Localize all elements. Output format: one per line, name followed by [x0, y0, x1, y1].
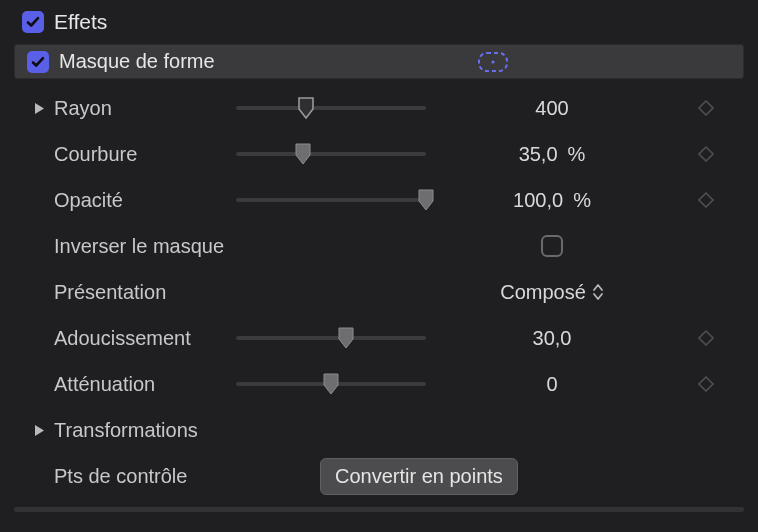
param-row-attenuation: Atténuation 0 — [10, 361, 748, 407]
param-row-presentation: Présentation Composé — [10, 269, 748, 315]
slider-courbure[interactable] — [236, 142, 426, 166]
disclosure-rayon[interactable] — [34, 102, 48, 115]
label-transformations: Transformations — [54, 419, 198, 442]
value-courbure[interactable]: 35,0% — [452, 143, 652, 166]
effect-title: Masque de forme — [59, 50, 393, 73]
effects-title: Effets — [54, 10, 107, 34]
slider-opacite[interactable] — [236, 188, 426, 212]
label-attenuation: Atténuation — [54, 373, 155, 396]
slider-thumb-opacite[interactable] — [417, 189, 435, 211]
label-inverser: Inverser le masque — [54, 235, 224, 258]
keyframe-attenuation[interactable] — [698, 376, 714, 392]
bottom-divider — [14, 507, 744, 512]
shape-mask-icon[interactable] — [393, 51, 593, 73]
disclosure-transformations[interactable] — [34, 424, 48, 437]
label-opacite: Opacité — [54, 189, 123, 212]
param-row-courbure: Courbure 35,0% — [10, 131, 748, 177]
param-row-inverser: Inverser le masque — [10, 223, 748, 269]
label-courbure: Courbure — [54, 143, 137, 166]
slider-adoucissement[interactable] — [236, 326, 426, 350]
param-row-pts: Pts de contrôle Convertir en points — [10, 453, 748, 499]
keyframe-opacite[interactable] — [698, 192, 714, 208]
check-icon — [30, 54, 46, 70]
slider-attenuation[interactable] — [236, 372, 426, 396]
label-presentation: Présentation — [54, 281, 166, 304]
slider-thumb-courbure[interactable] — [294, 143, 312, 165]
param-row-transformations: Transformations — [10, 407, 748, 453]
slider-rayon[interactable] — [236, 96, 426, 120]
keyframe-adoucissement[interactable] — [698, 330, 714, 346]
value-attenuation[interactable]: 0 — [452, 373, 652, 396]
inverser-checkbox[interactable] — [541, 235, 563, 257]
slider-thumb-attenuation[interactable] — [322, 373, 340, 395]
label-rayon: Rayon — [54, 97, 112, 120]
effects-checkbox[interactable] — [22, 11, 44, 33]
keyframe-rayon[interactable] — [698, 100, 714, 116]
param-row-opacite: Opacité 100,0% — [10, 177, 748, 223]
slider-thumb-rayon[interactable] — [297, 97, 315, 119]
value-opacite[interactable]: 100,0% — [452, 189, 652, 212]
keyframe-courbure[interactable] — [698, 146, 714, 162]
updown-icon — [592, 283, 604, 301]
check-icon — [25, 14, 41, 30]
value-adoucissement[interactable]: 30,0 — [452, 327, 652, 350]
slider-thumb-adoucissement[interactable] — [337, 327, 355, 349]
label-adoucissement: Adoucissement — [54, 327, 191, 350]
label-pts: Pts de contrôle — [54, 465, 187, 488]
shape-mask-checkbox[interactable] — [27, 51, 49, 73]
value-rayon[interactable]: 400 — [452, 97, 652, 120]
convert-points-button[interactable]: Convertir en points — [320, 458, 518, 495]
presentation-select[interactable]: Composé — [500, 281, 604, 304]
svg-point-1 — [491, 60, 494, 63]
param-row-rayon: Rayon 400 — [10, 85, 748, 131]
effects-section-header: Effets — [10, 4, 748, 44]
param-row-adoucissement: Adoucissement 30,0 — [10, 315, 748, 361]
effect-header-bar[interactable]: Masque de forme — [14, 44, 744, 79]
